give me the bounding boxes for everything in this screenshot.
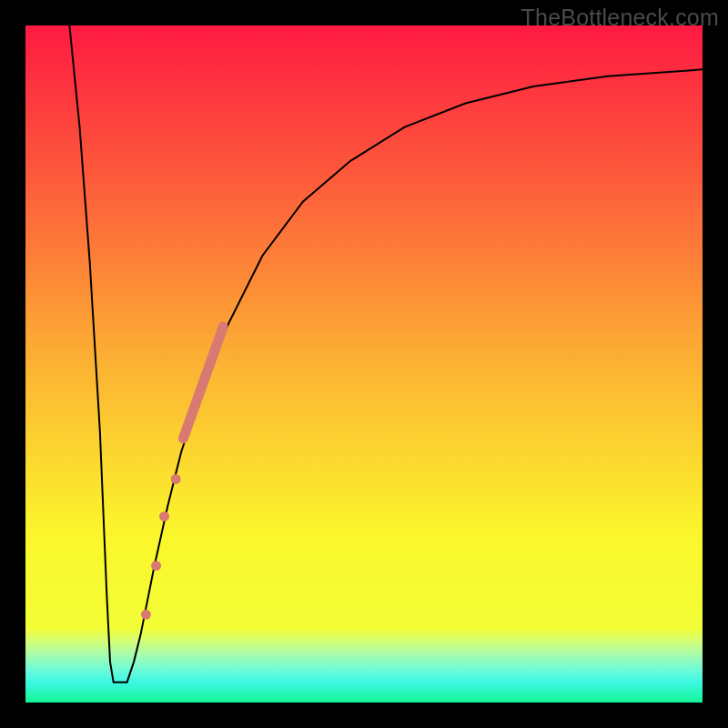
highlight-dot — [171, 474, 181, 484]
highlight-segment — [183, 327, 223, 439]
highlight-dot — [141, 610, 151, 620]
watermark-text: TheBottleneck.com — [521, 5, 719, 31]
bottleneck-curve — [69, 25, 703, 682]
highlight-dot — [151, 561, 161, 571]
chart-frame: TheBottleneck.com — [0, 0, 728, 728]
curve-layer — [25, 25, 703, 703]
highlight-dot — [159, 511, 169, 521]
plot-area — [25, 25, 703, 703]
